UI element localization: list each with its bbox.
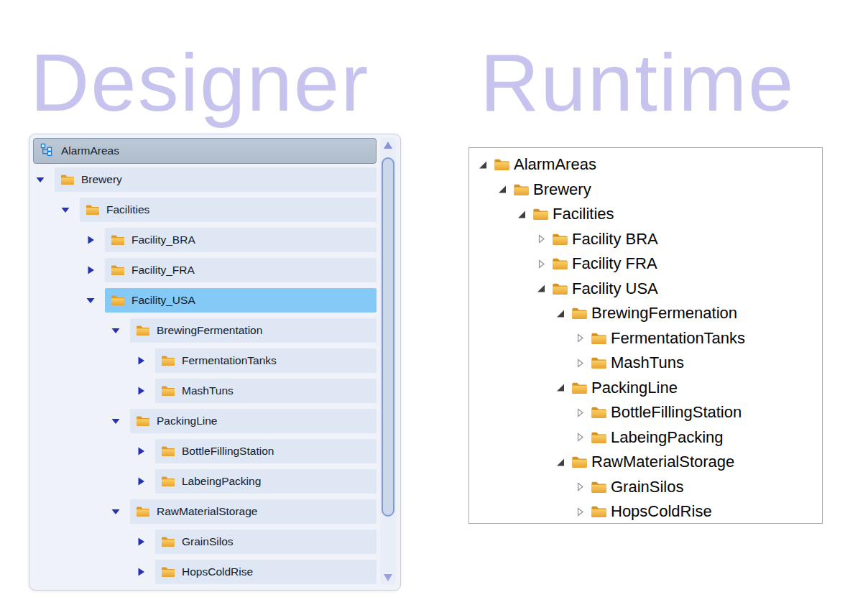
folder-icon: [552, 282, 568, 295]
designer-tree-item-brewery[interactable]: Brewery: [55, 167, 377, 192]
runtime-tree-item-alarmareas[interactable]: AlarmAreas: [469, 152, 822, 177]
expander-icon[interactable]: [555, 308, 566, 319]
designer-tree-item-facility_bra[interactable]: Facility_BRA: [105, 228, 377, 252]
folder-icon: [60, 174, 75, 185]
folder-icon: [591, 356, 607, 369]
folder-icon: [494, 158, 510, 171]
folder-icon: [571, 382, 588, 394]
expander-icon[interactable]: [135, 355, 147, 366]
expander-icon[interactable]: [110, 415, 121, 427]
tree-item-label: GrainSilos: [611, 478, 683, 496]
expander-icon[interactable]: [517, 209, 527, 220]
tree-item-label: Facility_FRA: [131, 264, 195, 277]
runtime-tree-item-facility-bra[interactable]: Facility BRA: [469, 227, 822, 252]
tree-item-label: PackingLine: [591, 379, 678, 397]
expander-icon[interactable]: [85, 295, 96, 306]
folder-icon: [161, 355, 175, 366]
tree-item-label: FermentationTanks: [611, 329, 745, 348]
designer-tree-item-hopscoldrise[interactable]: HopsColdRise: [155, 560, 377, 584]
designer-tree-item-grainsilos[interactable]: GrainSilos: [155, 530, 377, 554]
runtime-tree-item-fermentationtanks[interactable]: FermentationTanks: [469, 326, 822, 351]
runtime-tree-item-mashtuns[interactable]: MashTuns: [469, 351, 822, 376]
folder-icon: [513, 183, 530, 196]
folder-icon: [136, 415, 150, 427]
folder-icon: [136, 325, 150, 336]
folder-icon: [571, 307, 588, 320]
runtime-tree-item-labeingpacking[interactable]: LabeingPacking: [469, 425, 822, 450]
runtime-tree-item-rawmaterialstorage[interactable]: RawMaterialStorage: [469, 450, 822, 475]
designer-tree-item-fermentationtanks[interactable]: FermentationTanks: [155, 348, 377, 373]
tree-item-label: RawMaterialStorage: [157, 505, 257, 518]
runtime-tree-item-facility-fra[interactable]: Facility FRA: [469, 251, 822, 277]
designer-tree-item-labeingpacking[interactable]: LabeingPacking: [155, 469, 377, 494]
runtime-tree-item-bottlefillingstation[interactable]: BottleFillingStation: [469, 400, 822, 425]
expander-icon[interactable]: [497, 184, 508, 195]
tree-item-label: BottleFillingStation: [611, 403, 742, 422]
runtime-tree-item-hopscoldrise[interactable]: HopsColdRise: [469, 499, 822, 524]
tree-item-label: Facility BRA: [572, 230, 658, 249]
designer-tree-item-facility_fra[interactable]: Facility_FRA: [105, 258, 377, 282]
designer-tree-item-bottlefillingstation[interactable]: BottleFillingStation: [155, 439, 377, 463]
tree-item-label: Facility FRA: [572, 254, 657, 273]
designer-tree-item-brewingfermentation[interactable]: BrewingFermentation: [130, 318, 377, 343]
folder-icon: [111, 295, 125, 306]
designer-heading: Designer: [30, 42, 369, 124]
scroll-up-button[interactable]: [383, 141, 393, 149]
folder-icon: [571, 456, 588, 468]
folder-icon: [161, 536, 175, 547]
expander-icon[interactable]: [110, 506, 121, 517]
expander-icon[interactable]: [575, 507, 586, 517]
runtime-tree-item-brewery[interactable]: Brewery: [469, 177, 822, 203]
scrollbar-thumb[interactable]: [382, 157, 394, 517]
expander-icon[interactable]: [555, 457, 566, 468]
expander-icon[interactable]: [575, 481, 586, 492]
folder-icon: [591, 505, 607, 518]
tree-item-label: Facilities: [553, 205, 614, 223]
tree-item-label: BottleFillingStation: [182, 445, 274, 458]
designer-tree-item-facility_usa[interactable]: Facility_USA: [105, 288, 377, 313]
folder-icon: [161, 385, 175, 397]
expander-icon[interactable]: [85, 234, 96, 246]
runtime-tree-item-grainsilos[interactable]: GrainSilos: [469, 475, 822, 500]
runtime-tree-panel: AlarmAreas Brewery: [468, 147, 823, 524]
folder-icon: [532, 208, 549, 221]
tree-item-label: PackingLine: [157, 415, 217, 427]
folder-icon: [111, 234, 125, 246]
folder-icon: [161, 566, 175, 578]
runtime-tree-item-packingline[interactable]: PackingLine: [469, 376, 822, 401]
runtime-tree-item-facilities[interactable]: Facilities: [469, 202, 822, 227]
expander-icon[interactable]: [536, 259, 547, 269]
expander-icon[interactable]: [575, 432, 586, 443]
vertical-scrollbar[interactable]: [380, 138, 396, 585]
expander-icon[interactable]: [60, 204, 71, 216]
designer-tree-item-rawmaterialstorage[interactable]: RawMaterialStorage: [130, 499, 377, 524]
expander-icon[interactable]: [135, 385, 147, 397]
expander-icon[interactable]: [575, 333, 586, 343]
expander-icon[interactable]: [575, 407, 586, 418]
expander-icon[interactable]: [34, 174, 46, 185]
designer-tree-item-mashtuns[interactable]: MashTuns: [155, 379, 377, 403]
expander-icon[interactable]: [135, 536, 147, 547]
folder-icon: [136, 506, 150, 517]
designer-tree-item-facilities[interactable]: Facilities: [80, 198, 377, 222]
expander-icon[interactable]: [110, 325, 121, 336]
expander-icon[interactable]: [135, 566, 147, 578]
scroll-down-button[interactable]: [383, 573, 393, 582]
runtime-tree-item-facility-usa[interactable]: Facility USA: [469, 277, 822, 302]
tree-item-label: Brewery: [533, 180, 591, 199]
runtime-tree-item-brewingfermenation[interactable]: BrewingFermenation: [469, 301, 822, 326]
designer-tree-item-packingline[interactable]: PackingLine: [130, 409, 377, 433]
expander-icon[interactable]: [478, 159, 489, 170]
expander-icon[interactable]: [536, 283, 547, 294]
tree-item-label: AlarmAreas: [514, 155, 596, 174]
expander-icon[interactable]: [85, 264, 96, 276]
expander-icon[interactable]: [575, 358, 586, 369]
tree-item-label: BrewingFermenation: [591, 304, 737, 323]
expander-icon[interactable]: [536, 233, 547, 244]
expander-icon[interactable]: [555, 382, 566, 393]
folder-icon: [591, 332, 607, 345]
expander-icon[interactable]: [135, 445, 147, 457]
tree-item-label: LabeingPacking: [182, 475, 261, 488]
folder-icon: [552, 257, 568, 270]
expander-icon[interactable]: [135, 476, 147, 487]
